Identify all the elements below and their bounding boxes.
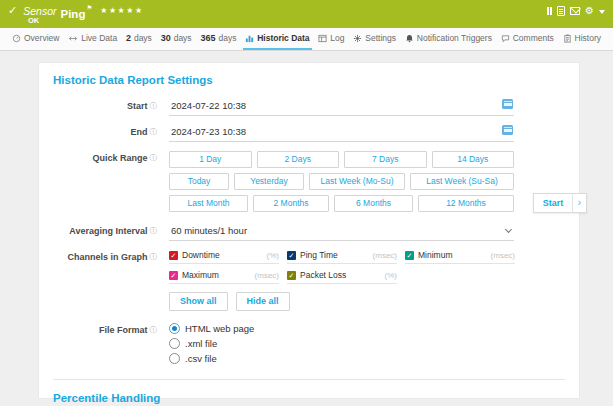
quick-range-2-days[interactable]: 2 Days (257, 151, 340, 168)
tab-overview[interactable]: Overview (10, 28, 61, 50)
quick-range-today[interactable]: Today (169, 173, 229, 190)
quick-range-yesterday[interactable]: Yesterday (234, 173, 304, 190)
channel-downtime: ✓Downtime(%) (169, 250, 279, 264)
averaging-interval-label: Averaging Interval (69, 226, 147, 236)
quick-range-label: Quick Range (92, 153, 147, 163)
sensor-name: Ping (61, 8, 86, 20)
tab-label: days (134, 33, 152, 43)
show-all-button[interactable]: Show all (169, 292, 228, 311)
channel-checkbox-downtime[interactable]: ✓ (169, 251, 178, 260)
section-title-report-settings: Historic Data Report Settings (53, 74, 565, 86)
info-icon[interactable]: ⓘ (150, 226, 158, 235)
tab-strong-text: 2 (126, 33, 131, 43)
quick-range-2-months[interactable]: 2 Months (253, 195, 329, 212)
sensor-header: ✓ Sensor Ping⚑ ★★★★★ OK ⚙ (0, 0, 613, 28)
info-icon[interactable]: ⓘ (150, 325, 158, 334)
gauge-icon (12, 34, 21, 43)
averaging-interval-value: 60 minutes/1 hour (171, 225, 247, 236)
quick-range-row: Quick Rangeⓘ 1 Day2 Days7 Days14 DaysTod… (53, 151, 565, 217)
channel-checkbox-minimum[interactable]: ✓ (405, 251, 414, 260)
tab-comments[interactable]: Comments (499, 28, 556, 50)
averaging-interval-row: Averaging Intervalⓘ 60 minutes/1 hour (53, 224, 565, 241)
channel-unit: (%) (385, 271, 397, 280)
status-check-icon: ✓ (8, 4, 17, 17)
channel-checkbox-ping-time[interactable]: ✓ (287, 251, 296, 260)
settings-card: Historic Data Report Settings Startⓘ 202… (38, 62, 580, 399)
channel-minimum: ✓Minimum(msec) (405, 250, 515, 264)
tab-settings[interactable]: Settings (351, 28, 398, 50)
tab-strong-text: 30 (161, 33, 171, 43)
gear-icon[interactable]: ⚙ (585, 5, 594, 16)
tab-notification-triggers[interactable]: Notification Triggers (403, 28, 494, 50)
pause-icon[interactable] (547, 7, 553, 15)
quick-range-row-2: TodayYesterdayLast Week (Mo-Su)Last Week… (169, 173, 514, 190)
start-input[interactable]: 2024-07-22 10:38 (169, 99, 514, 116)
tab-historic-data[interactable]: Historic Data (243, 28, 311, 50)
report-icon[interactable] (557, 6, 565, 16)
caret-down-icon[interactable] (599, 10, 605, 14)
info-icon[interactable]: ⓘ (150, 252, 158, 261)
hide-all-button[interactable]: Hide all (236, 292, 290, 311)
channel-unit: (msec) (373, 251, 397, 260)
info-icon[interactable]: ⓘ (150, 101, 158, 110)
quick-range-last-week-mo-su[interactable]: Last Week (Mo-Su) (309, 173, 405, 190)
chevron-right-icon[interactable]: › (572, 194, 586, 212)
live-icon (68, 34, 78, 43)
tab-label: days (218, 33, 236, 43)
comment-icon (501, 34, 510, 43)
channel-label: Minimum (418, 250, 452, 260)
tab-history[interactable]: History (561, 28, 603, 50)
quick-range-14-days[interactable]: 14 Days (432, 151, 515, 168)
tab-strong-text: 365 (200, 33, 215, 43)
start-button[interactable]: Start (534, 194, 572, 212)
quick-range-7-days[interactable]: 7 Days (344, 151, 427, 168)
channel-checkbox-maximum[interactable]: ✓ (169, 271, 178, 280)
tab-label: Notification Triggers (417, 33, 492, 43)
chevron-down-icon (505, 226, 512, 233)
quick-range-12-months[interactable]: 12 Months (418, 195, 514, 212)
quick-range-6-months[interactable]: 6 Months (334, 195, 413, 212)
end-label: End (131, 127, 148, 137)
channel-checkbox-packet-loss[interactable]: ✓ (287, 271, 296, 280)
channels-label: Channels in Graph (67, 252, 147, 262)
channel-unit: (%) (267, 251, 279, 260)
file-format-option-label: .xml file (185, 338, 217, 349)
tab-label: History (575, 33, 601, 43)
calendar-icon[interactable] (502, 99, 513, 109)
info-icon[interactable]: ⓘ (150, 153, 158, 162)
quick-range-last-week-su-sa[interactable]: Last Week (Su-Sa) (410, 173, 514, 190)
end-input[interactable]: 2024-07-23 10:38 (169, 125, 514, 142)
tab-log[interactable]: Log (316, 28, 346, 50)
tab-bar: OverviewLive Data2 days30 days365 daysHi… (0, 28, 613, 51)
tab-live-data[interactable]: Live Data (66, 28, 119, 50)
tab-label: Settings (365, 33, 396, 43)
calendar-icon[interactable] (502, 125, 513, 135)
main-area: Historic Data Report Settings Startⓘ 202… (0, 52, 613, 406)
file-format-row: File Formatⓘ HTML web page.xml file.csv … (53, 323, 565, 368)
quick-range-1-day[interactable]: 1 Day (169, 151, 252, 168)
section-divider (53, 379, 565, 380)
channel-label: Ping Time (300, 250, 338, 260)
channels-row: Channels in Graphⓘ ✓Downtime(%)✓Ping Tim… (53, 250, 565, 311)
status-badge: OK (28, 16, 39, 25)
averaging-interval-select[interactable]: 60 minutes/1 hour (169, 224, 514, 241)
tab-365-days[interactable]: 365 days (198, 28, 238, 50)
file-format-radio-csv-file[interactable] (169, 353, 180, 364)
info-icon[interactable]: ⓘ (150, 127, 158, 136)
tab-label: Comments (513, 33, 554, 43)
tab-30-days[interactable]: 30 days (159, 28, 194, 50)
bell-icon (405, 34, 414, 43)
tab-2-days[interactable]: 2 days (124, 28, 154, 50)
file-format-radio-xml-file[interactable] (169, 338, 180, 349)
tab-label: Log (330, 33, 344, 43)
tab-label: days (174, 33, 192, 43)
quick-range-last-month[interactable]: Last Month (169, 195, 248, 212)
tab-label: Historic Data (257, 33, 309, 43)
priority-stars[interactable]: ★★★★★ (100, 6, 143, 15)
history-icon (563, 34, 572, 43)
file-format-radio-html-web-page[interactable] (169, 323, 180, 334)
email-icon[interactable] (570, 7, 580, 15)
channel-ping-time: ✓Ping Time(msec) (287, 250, 397, 264)
end-row: Endⓘ 2024-07-23 10:38 (53, 125, 565, 142)
file-format-label: File Format (99, 325, 148, 335)
